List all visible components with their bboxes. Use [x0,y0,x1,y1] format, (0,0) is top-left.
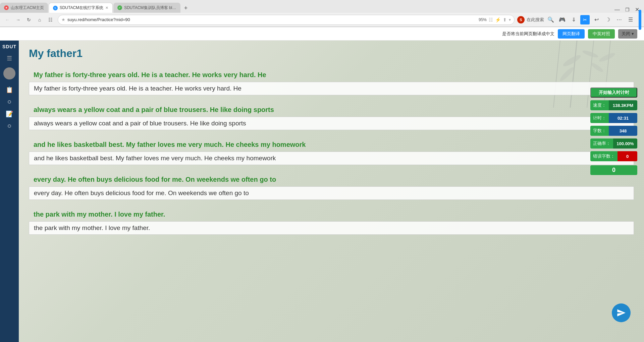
tab3-icon: ✓ [117,5,122,10]
sidebar-circle-1[interactable] [8,100,11,104]
chars-stat: 字数： 348 [590,126,637,136]
practice-text-3: and he likes basketball best. My father … [29,136,634,152]
forward-button[interactable]: → [13,15,23,24]
lightning-icon[interactable]: ⚡ [495,17,501,22]
error-label: 错误字数： [590,151,618,161]
night-mode-icon[interactable]: ☽ [603,15,612,24]
practice-block-1: My father is forty-three years old. He i… [29,66,634,95]
start-timer-button[interactable]: 开始输入时计时 [590,88,637,98]
bilingual-button[interactable]: 中英对照 [588,29,615,39]
page-title: My father1 [29,47,634,60]
sidebar-notes-icon[interactable]: 📝 [4,109,14,119]
tab1-label: 山东理工ACM主页 [11,5,44,11]
practice-block-5: the park with my mother. I love my fathe… [29,206,634,235]
main-layout: SDUT ☰ 📋 📝 My father1 [0,41,644,342]
practice-input-3[interactable] [34,155,629,162]
address-bar-container: ★ 95% ☷ ⚡ ⬆ ▾ [58,15,515,25]
home-button[interactable]: ⌂ [35,15,44,24]
stats-panel: 开始输入时计时 速度： 138.3KPM 计时： 02:31 字数： 348 正… [590,88,637,175]
new-tab-button[interactable]: + [181,3,191,13]
zoom-indicator: 95% [479,17,487,22]
scrollbar-indicator [639,10,641,30]
toolbar: ← → ↻ ⌂ ☷ ★ 95% ☷ ⚡ ⬆ ▾ S 在此搜索 🔍 🎮 ⇓ ✂ ↩… [0,13,644,27]
float-action-button[interactable] [612,303,631,322]
accuracy-value: 100.00% [613,138,637,149]
refresh-button[interactable]: ↻ [24,15,34,24]
practice-input-5[interactable] [34,224,629,232]
practice-input-row-3 [29,152,634,165]
practice-blocks: My father is forty-three years old. He i… [29,66,634,235]
speed-stat: 速度： 138.3KPM [590,100,637,110]
accuracy-stat: 正确率： 100.00% [590,138,637,149]
undo-icon[interactable]: ↩ [592,15,601,24]
sidebar: SDUT ☰ 📋 📝 [0,41,19,342]
speed-label: 速度： [590,100,609,110]
browser-chrome: ● 山东理工ACM主页 S SDUTACM在线打字系统 ✕ ✓ SDUTACM集… [0,0,644,27]
speed-value: 138.3KPM [609,100,637,110]
translation-prompt: 是否将当前网页翻译成中文 [502,31,554,37]
chevron-down-icon[interactable]: ▾ [632,31,634,36]
send-icon [616,308,626,318]
content-inner: My father1 My father is forty-three year… [19,41,644,247]
practice-input-2[interactable] [34,120,629,127]
reader-mode-icon[interactable]: ☷ [489,17,493,22]
dropdown-icon[interactable]: ▾ [509,17,511,22]
tab-3[interactable]: ✓ SDUTACM集训队员博客 blog地址... [113,3,180,13]
practice-block-2: always wears a yellow coat and a pair of… [29,101,634,130]
share-icon[interactable]: ⬆ [503,17,507,22]
scissors-icon[interactable]: ✂ [580,15,590,24]
tab1-icon: ● [4,5,9,10]
practice-block-4: every day. He often buys delicious food … [29,171,634,200]
sidebar-menu-icon[interactable]: ☰ [7,55,12,62]
tab2-label: SDUTACM在线打字系统 [60,5,103,11]
search-engine-icon[interactable]: S [517,16,525,23]
search-label: 在此搜索 [527,17,544,23]
tab2-icon: S [53,6,58,10]
error-value: 0 [618,151,637,161]
accuracy-label: 正确率： [590,138,613,149]
practice-text-2: always wears a yellow coat and a pair of… [29,101,634,117]
bookmark-bar-toggle[interactable]: ☷ [46,15,55,24]
more-menu-icon[interactable]: ⋯ [614,15,624,24]
practice-input-row-1 [29,82,634,95]
sidebar-avatar [3,67,15,79]
practice-input-row-5 [29,221,634,235]
download-icon[interactable]: ⇓ [569,15,578,24]
search-button[interactable]: 🔍 [546,15,555,24]
tab-2[interactable]: S SDUTACM在线打字系统 ✕ [49,3,113,13]
back-button[interactable]: ← [3,15,12,24]
chars-label: 字数： [590,126,609,136]
chars-value: 348 [609,126,637,136]
toolbar-right: S 在此搜索 🔍 🎮 ⇓ ✂ ↩ ☽ ⋯ ☰ [517,10,641,30]
tab2-close-icon[interactable]: ✕ [105,6,108,10]
practice-text-1: My father is forty-three years old. He i… [29,66,634,82]
sidebar-book-icon[interactable]: 📋 [4,85,14,95]
timer-label: 计时： [590,113,609,123]
practice-block-3: and he likes basketball best. My father … [29,136,634,165]
practice-input-row-2 [29,117,634,130]
lock-icon: ★ [61,17,65,22]
error-count-box: 0 [590,165,637,175]
content-area: My father1 My father is forty-three year… [19,41,644,342]
translate-webpage-button[interactable]: 网页翻译 [558,29,585,39]
practice-input-4[interactable] [34,189,629,197]
gamepad-icon[interactable]: 🎮 [557,15,567,24]
timer-value: 02:31 [609,113,637,123]
settings-icon[interactable]: ☰ [626,15,635,24]
practice-input-row-4 [29,186,634,200]
timer-stat: 计时： 02:31 [590,113,637,123]
practice-text-4: every day. He often buys delicious food … [29,171,634,186]
practice-text-5: the park with my mother. I love my fathe… [29,206,634,221]
practice-input-1[interactable] [34,85,629,92]
sidebar-logo: SDUT [2,44,16,49]
close-translation-button[interactable]: 关闭 ▾ [618,29,637,39]
tab3-label: SDUTACM集训队员博客 blog地址... [124,5,176,11]
tab-1[interactable]: ● 山东理工ACM主页 [0,3,48,13]
error-stat: 错误字数： 0 [590,151,637,161]
address-bar-input[interactable] [67,17,477,22]
sidebar-circle-2[interactable] [8,124,11,128]
